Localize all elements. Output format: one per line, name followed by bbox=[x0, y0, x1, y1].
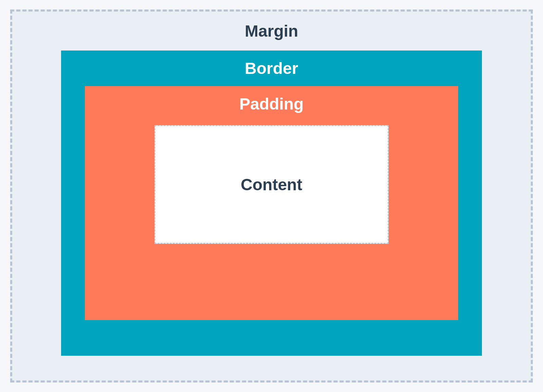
padding-label: Padding bbox=[239, 95, 303, 113]
content-label: Content bbox=[241, 175, 302, 194]
margin-label: Margin bbox=[245, 22, 298, 40]
border-layer: Border Padding Content bbox=[61, 51, 482, 356]
margin-layer: Margin Border Padding Content bbox=[10, 9, 533, 383]
border-label: Border bbox=[245, 59, 298, 78]
content-layer: Content bbox=[154, 125, 389, 244]
padding-layer: Padding Content bbox=[85, 86, 458, 320]
